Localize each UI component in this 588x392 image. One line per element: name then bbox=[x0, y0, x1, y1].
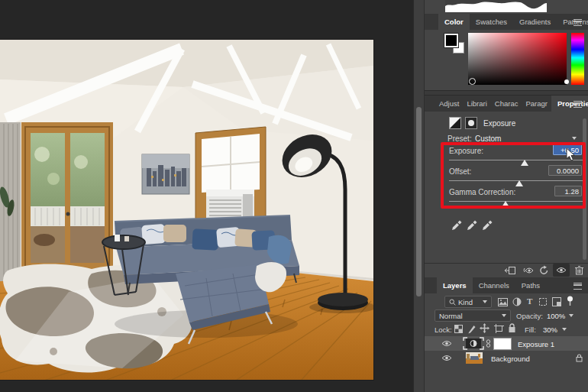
tab-swatches[interactable]: Swatches bbox=[470, 14, 513, 30]
mask-link-icon bbox=[486, 339, 491, 348]
gamma-value-input[interactable]: 1.28 bbox=[554, 186, 582, 196]
search-icon bbox=[449, 299, 456, 306]
layer-row-exposure[interactable]: Exposure 1 bbox=[425, 336, 588, 351]
background-locked-icon bbox=[576, 354, 583, 362]
tab-paragraph[interactable]: Paragr bbox=[522, 96, 551, 112]
right-panel-column: Color Swatches Gradients Patterns Adjust… bbox=[425, 0, 588, 392]
properties-panel-menu-icon[interactable] bbox=[573, 101, 582, 108]
blend-mode-select[interactable]: Normal bbox=[435, 309, 511, 322]
preset-label: Preset: bbox=[447, 134, 472, 144]
layers-panel-menu-icon[interactable] bbox=[573, 283, 582, 290]
color-panel-menu-icon[interactable] bbox=[573, 19, 582, 26]
tab-layers[interactable]: Layers bbox=[437, 277, 473, 293]
layer-filter-value: Kind bbox=[458, 298, 473, 306]
layer-visibility-eye-icon[interactable] bbox=[441, 355, 452, 361]
offset-value-input[interactable]: 0.0000 bbox=[548, 165, 582, 176]
exposure-adjustment-icon bbox=[449, 117, 461, 129]
panel-divider bbox=[425, 90, 588, 96]
lock-position-move-icon[interactable] bbox=[480, 323, 489, 333]
layer-filter-kind-select[interactable]: Kind bbox=[444, 296, 492, 308]
opacity-chevron-icon[interactable] bbox=[569, 314, 573, 317]
layers-panel-tabbar: Layers Channels Paths bbox=[425, 277, 588, 293]
adjustment-layer-thumbnail[interactable] bbox=[463, 337, 484, 350]
hue-slider[interactable] bbox=[571, 33, 584, 85]
lock-transparency-icon[interactable] bbox=[454, 325, 463, 333]
document-living-room-photo[interactable] bbox=[0, 40, 373, 380]
filter-chevron-icon bbox=[483, 300, 487, 303]
offset-label: Offset: bbox=[449, 167, 471, 177]
offset-slider-thumb[interactable] bbox=[515, 180, 523, 186]
layer-name[interactable]: Exposure 1 bbox=[518, 340, 554, 349]
lock-label: Lock: bbox=[435, 326, 452, 335]
tab-properties[interactable]: Properties bbox=[551, 96, 588, 112]
photoshop-window: Color Swatches Gradients Patterns Adjust… bbox=[0, 0, 588, 392]
tab-color[interactable]: Color bbox=[438, 14, 470, 30]
properties-scrollbar-thumb[interactable] bbox=[583, 118, 586, 260]
view-previous-state-icon[interactable] bbox=[522, 267, 535, 274]
exposure-slider-track bbox=[449, 160, 583, 160]
filter-type-layers-icon[interactable]: T bbox=[527, 296, 532, 306]
black-point-eyedropper-icon[interactable] bbox=[451, 219, 462, 232]
foreground-color-swatch[interactable] bbox=[444, 34, 458, 47]
filter-toggle-icon[interactable] bbox=[567, 296, 573, 306]
fill-value-input[interactable]: 30% bbox=[543, 326, 557, 335]
eye-icon bbox=[556, 267, 567, 274]
preset-chevron-icon[interactable] bbox=[572, 137, 577, 140]
tab-gradients[interactable]: Gradients bbox=[513, 14, 557, 30]
filter-adjustment-layers-icon[interactable] bbox=[512, 297, 522, 306]
visibility-toggle-button[interactable] bbox=[553, 264, 570, 277]
tab-adjustments[interactable]: Adjust bbox=[435, 96, 463, 112]
filter-shape-layers-icon[interactable] bbox=[538, 297, 548, 306]
lock-artboard-icon[interactable] bbox=[494, 324, 504, 333]
gamma-slider[interactable] bbox=[449, 199, 583, 208]
blend-mode-value: Normal bbox=[439, 312, 463, 320]
tab-character[interactable]: Charac bbox=[491, 96, 522, 112]
white-point-eyedropper-icon[interactable] bbox=[481, 219, 493, 232]
preset-select[interactable]: Custom bbox=[475, 134, 501, 144]
delete-adjustment-trash-icon[interactable] bbox=[575, 265, 583, 275]
color-field-selector[interactable] bbox=[469, 78, 476, 85]
gamma-label: Gamma Correction: bbox=[449, 188, 515, 197]
tab-patterns[interactable]: Patterns bbox=[557, 14, 588, 30]
lock-all-padlock-icon[interactable] bbox=[508, 323, 516, 333]
tab-libraries[interactable]: Librari bbox=[463, 96, 490, 112]
reset-adjustment-icon[interactable] bbox=[539, 265, 549, 275]
tab-channels[interactable]: Channels bbox=[473, 277, 515, 293]
layer-visibility-eye-icon[interactable] bbox=[441, 340, 452, 347]
layer-name[interactable]: Background bbox=[491, 355, 530, 364]
background-layer-thumbnail[interactable] bbox=[466, 352, 483, 364]
opacity-label: Opacity: bbox=[516, 312, 543, 321]
fill-chevron-icon[interactable] bbox=[562, 328, 567, 331]
layer-mask-thumbnail[interactable] bbox=[493, 338, 512, 350]
gamma-slider-thumb[interactable] bbox=[502, 201, 509, 207]
tab-paths[interactable]: Paths bbox=[515, 277, 546, 293]
color-panel-tabbar: Color Swatches Gradients Patterns bbox=[425, 14, 588, 30]
lock-pixels-brush-icon[interactable] bbox=[467, 324, 477, 334]
fill-label: Fill: bbox=[525, 326, 536, 335]
exposure-slider-thumb[interactable] bbox=[521, 160, 528, 166]
layer-mask-icon bbox=[465, 117, 477, 129]
properties-panel-tabbar: Adjust Librari Charac Paragr Properties bbox=[425, 96, 588, 112]
opacity-value-input[interactable]: 100% bbox=[547, 312, 565, 321]
mouse-cursor bbox=[566, 147, 576, 162]
canvas-area[interactable] bbox=[0, 0, 413, 392]
blend-mode-chevron-icon bbox=[502, 314, 506, 317]
gray-point-eyedropper-icon[interactable] bbox=[466, 219, 477, 232]
filter-pixel-layers-icon[interactable] bbox=[498, 298, 508, 306]
gamma-slider-track bbox=[449, 201, 583, 202]
clip-to-layer-icon[interactable] bbox=[504, 266, 516, 275]
exposure-label: Exposure: bbox=[449, 147, 483, 156]
hue-slider-thumb[interactable] bbox=[564, 79, 569, 84]
histogram-preview bbox=[445, 0, 547, 12]
canvas-scrollbar-thumb[interactable] bbox=[416, 107, 422, 296]
filter-smart-objects-icon[interactable] bbox=[552, 297, 561, 306]
color-saturation-field[interactable] bbox=[468, 33, 567, 85]
properties-title: Exposure bbox=[483, 119, 515, 128]
layer-row-background[interactable]: Background bbox=[425, 351, 588, 365]
canvas-panel-divider bbox=[413, 0, 425, 392]
